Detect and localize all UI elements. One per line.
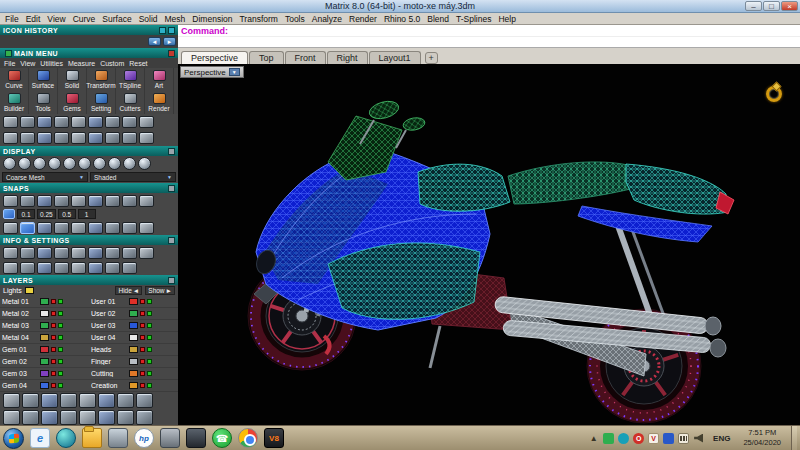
file-explorer-icon[interactable] xyxy=(82,428,102,448)
tool-icon[interactable] xyxy=(136,393,153,408)
tool-icon[interactable] xyxy=(93,157,106,170)
tool-icon[interactable] xyxy=(22,410,39,425)
tool-icon[interactable] xyxy=(37,132,52,144)
show-desktop-button[interactable] xyxy=(791,426,797,450)
panel-button-icon[interactable] xyxy=(159,27,166,34)
tool-icon[interactable] xyxy=(20,195,35,207)
tool-icon[interactable] xyxy=(105,262,120,274)
layer-on-icon[interactable] xyxy=(58,323,63,328)
tool-icon[interactable] xyxy=(20,247,35,259)
tool-icon[interactable] xyxy=(37,195,52,207)
layer-cell[interactable]: Metal 02 xyxy=(0,310,89,317)
tool-icon[interactable] xyxy=(3,132,18,144)
menu-surface[interactable]: Surface xyxy=(102,14,131,24)
network-icon[interactable] xyxy=(678,433,689,444)
tool-icon[interactable] xyxy=(54,247,69,259)
layer-off-icon[interactable] xyxy=(140,323,145,328)
volume-icon[interactable] xyxy=(693,433,704,444)
tool-icon[interactable] xyxy=(54,132,69,144)
tool-icon[interactable] xyxy=(122,132,137,144)
info-settings-header[interactable]: INFO & SETTINGS xyxy=(0,235,178,245)
hidden-icons-chevron[interactable]: ▲ xyxy=(588,433,599,444)
lights-label[interactable]: Lights xyxy=(3,287,22,294)
tool-icon[interactable] xyxy=(54,222,69,234)
tool-icon[interactable] xyxy=(71,116,86,128)
tools-button[interactable]: Tools xyxy=(29,91,58,114)
tool-icon[interactable] xyxy=(88,116,103,128)
layer-on-icon[interactable] xyxy=(58,299,63,304)
layer-cell[interactable]: Metal 01 xyxy=(0,298,89,305)
panel-button-icon[interactable] xyxy=(168,27,175,34)
tool-icon[interactable] xyxy=(71,222,86,234)
tab-measure[interactable]: Measure xyxy=(68,60,95,67)
tab-utilities[interactable]: Utilities xyxy=(40,60,63,67)
media-app-icon[interactable] xyxy=(108,428,128,448)
layer-on-icon[interactable] xyxy=(58,311,63,316)
layer-off-icon[interactable] xyxy=(140,335,145,340)
hide-button[interactable]: Hide◄ xyxy=(115,286,142,295)
tool-icon[interactable] xyxy=(88,195,103,207)
tool-icon[interactable] xyxy=(79,393,96,408)
panel-button-icon[interactable] xyxy=(168,185,175,192)
tspline-button[interactable]: TSpline xyxy=(116,68,145,91)
gray-app-icon[interactable] xyxy=(160,428,180,448)
panel-button-icon[interactable] xyxy=(168,148,175,155)
menu-rhino[interactable]: Rhino 5.0 xyxy=(384,14,420,24)
history-forward-icon[interactable]: ► xyxy=(163,37,176,46)
tool-icon[interactable] xyxy=(48,157,61,170)
tool-icon[interactable] xyxy=(20,132,35,144)
tool-icon[interactable] xyxy=(3,247,18,259)
tab-file[interactable]: File xyxy=(4,60,15,67)
layer-color-swatch[interactable] xyxy=(40,334,49,341)
layer-color-swatch[interactable] xyxy=(129,358,138,365)
taskbar-clock[interactable]: 7:51 PM 25/04/2020 xyxy=(739,428,785,448)
gold-ring-widget-icon[interactable] xyxy=(766,86,782,102)
tool-icon[interactable] xyxy=(122,222,137,234)
tray-vray-icon[interactable]: V xyxy=(648,433,659,444)
tool-icon[interactable] xyxy=(18,157,31,170)
tool-icon[interactable] xyxy=(71,132,86,144)
tool-icon[interactable] xyxy=(20,116,35,128)
tool-icon[interactable] xyxy=(98,410,115,425)
tool-icon[interactable] xyxy=(3,157,16,170)
setting-button[interactable]: Setting xyxy=(87,91,116,114)
shade-mode-dropdown[interactable]: Shaded▼ xyxy=(90,172,176,182)
tool-icon[interactable] xyxy=(139,195,154,207)
menu-file[interactable]: File xyxy=(5,14,19,24)
tool-icon[interactable] xyxy=(122,247,137,259)
tab-front[interactable]: Front xyxy=(285,51,326,64)
viewport-3d[interactable]: Perspective ▼ xyxy=(178,64,800,425)
tool-icon[interactable] xyxy=(98,393,115,408)
snap-value[interactable]: 1 xyxy=(78,209,96,219)
layer-color-swatch[interactable] xyxy=(40,322,49,329)
tool-icon[interactable] xyxy=(3,222,18,234)
tool-icon[interactable] xyxy=(41,410,58,425)
tool-icon[interactable] xyxy=(136,410,153,425)
layer-color-swatch[interactable] xyxy=(40,370,49,377)
layers-header[interactable]: LAYERS xyxy=(0,275,178,285)
layer-cell[interactable]: Creation xyxy=(89,382,178,389)
menu-blend[interactable]: Blend xyxy=(427,14,449,24)
layer-off-icon[interactable] xyxy=(140,347,145,352)
tool-icon[interactable] xyxy=(71,247,86,259)
layer-off-icon[interactable] xyxy=(140,359,145,364)
tool-icon[interactable] xyxy=(139,247,154,259)
layer-color-swatch[interactable] xyxy=(40,358,49,365)
tool-icon[interactable] xyxy=(88,262,103,274)
v8-app-icon[interactable]: V8 xyxy=(264,428,284,448)
layer-on-icon[interactable] xyxy=(147,371,152,376)
transform-button[interactable]: Transform xyxy=(87,68,116,91)
history-back-icon[interactable]: ◄ xyxy=(148,37,161,46)
tool-icon[interactable] xyxy=(105,247,120,259)
chrome-icon[interactable] xyxy=(238,428,258,448)
layer-on-icon[interactable] xyxy=(147,359,152,364)
render-button[interactable]: Render xyxy=(145,91,174,114)
layer-on-icon[interactable] xyxy=(147,383,152,388)
layer-color-swatch[interactable] xyxy=(40,310,49,317)
display-header[interactable]: DISPLAY xyxy=(0,146,178,156)
layer-off-icon[interactable] xyxy=(51,323,56,328)
menu-tsplines[interactable]: T-Splines xyxy=(456,14,491,24)
sphere-app-icon[interactable] xyxy=(56,428,76,448)
tool-icon[interactable] xyxy=(20,262,35,274)
tool-icon[interactable] xyxy=(123,157,136,170)
